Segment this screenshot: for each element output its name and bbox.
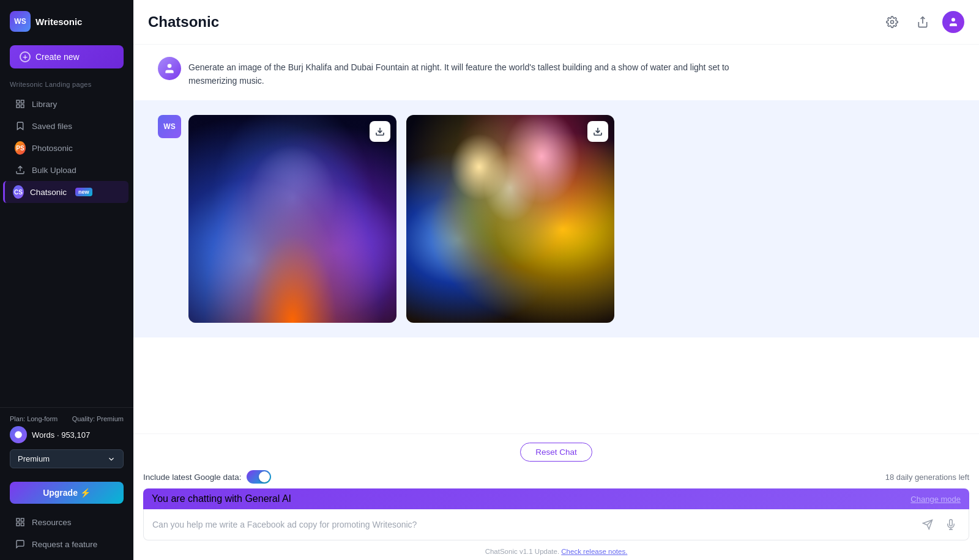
sidebar-item-saved-files[interactable]: Saved files: [5, 115, 128, 137]
words-count: Words · 953,107: [32, 430, 90, 440]
upload-icon: [15, 164, 26, 175]
version-label: ChatSonic v1.1 Update.: [485, 548, 559, 555]
download-icon: [593, 127, 603, 136]
version-text: ChatSonic v1.1 Update. Check release not…: [133, 545, 979, 560]
sidebar-item-library[interactable]: Library: [5, 93, 128, 115]
sidebar-item-label: Chatsonic: [30, 188, 67, 197]
daily-generations-left: 18 daily generations left: [885, 473, 969, 482]
svg-point-13: [168, 64, 172, 68]
new-badge: new: [75, 188, 92, 196]
premium-label: Premium: [18, 454, 50, 463]
sidebar-item-request-feature[interactable]: Request a feature: [5, 533, 128, 555]
google-data-toggle[interactable]: [247, 470, 271, 484]
toggle-knob: [259, 471, 270, 482]
quality-label: Quality: Premium: [72, 415, 124, 422]
send-icon: [922, 519, 933, 530]
logo-text: Writesonic: [35, 17, 82, 27]
svg-rect-6: [17, 518, 20, 521]
mic-icon: [945, 519, 956, 530]
sidebar-item-label: Library: [32, 100, 57, 109]
bottom-controls: Reset Chat Include latest Google data: 1…: [133, 433, 979, 560]
svg-point-12: [951, 18, 955, 21]
user-message-text: Generate an image of the Burj Khalifa an…: [188, 57, 739, 88]
svg-rect-7: [21, 518, 24, 521]
sidebar-item-photosonic[interactable]: PS Photosonic: [5, 137, 128, 159]
reset-chat-row: Reset Chat: [133, 434, 979, 470]
mic-button[interactable]: [942, 515, 960, 534]
fountain-image: [188, 115, 396, 323]
plan-label: Plan: Long-form: [10, 415, 58, 422]
avatar-icon: [948, 17, 959, 28]
ws-avatar: WS: [158, 115, 181, 138]
share-icon: [917, 16, 929, 28]
plus-circle-icon: +: [20, 51, 31, 62]
input-bar-header-text: You are chatting with General AI: [152, 493, 291, 504]
premium-dropdown[interactable]: Premium: [10, 449, 124, 468]
sidebar-item-label: Bulk Upload: [32, 166, 76, 175]
bookmark-icon: [15, 120, 26, 131]
create-new-button[interactable]: + Create new: [10, 45, 124, 68]
book-icon: [15, 98, 26, 109]
sidebar-bottom-items: Resources Request a feature: [0, 511, 133, 560]
svg-rect-8: [21, 523, 24, 526]
chatsonic-icon: CS: [13, 186, 24, 197]
sidebar-item-label: Request a feature: [32, 540, 97, 549]
create-new-label: Create new: [35, 52, 80, 62]
sidebar-item-label: Photosonic: [32, 144, 73, 153]
sidebar-item-chatsonic[interactable]: CS Chatsonic new: [3, 181, 128, 203]
user-message-row: Generate an image of the Burj Khalifa an…: [133, 45, 979, 100]
page-title: Chatsonic: [148, 13, 219, 31]
google-data-row: Include latest Google data: 18 daily gen…: [133, 470, 979, 488]
svg-rect-3: [17, 105, 20, 108]
words-icon: [10, 426, 27, 443]
ai-response-row: WS: [133, 100, 979, 337]
release-notes-link[interactable]: Check release notes.: [561, 548, 627, 555]
svg-rect-9: [17, 523, 20, 526]
header-actions: [881, 11, 964, 33]
svg-rect-0: [17, 100, 20, 103]
svg-point-5: [15, 431, 22, 438]
user-icon: [163, 62, 176, 75]
upgrade-button[interactable]: Upgrade ⚡: [10, 482, 124, 504]
image-card-fountain: [188, 115, 396, 323]
photosonic-icon: PS: [15, 142, 26, 153]
sidebar-item-resources[interactable]: Resources: [5, 511, 128, 533]
user-avatar[interactable]: [942, 11, 964, 33]
send-button[interactable]: [918, 515, 937, 534]
image-card-fireworks: [406, 115, 614, 323]
input-bar-wrapper: You are chatting with General AI Change …: [133, 488, 979, 545]
chevron-down-icon: [107, 455, 116, 463]
input-bar: [143, 509, 969, 540]
gear-icon: [886, 16, 898, 28]
export-button[interactable]: [912, 11, 934, 33]
chat-input[interactable]: [152, 520, 914, 529]
reset-chat-button[interactable]: Reset Chat: [520, 443, 592, 462]
input-bar-header: You are chatting with General AI Change …: [143, 488, 969, 509]
chat-area: Generate an image of the Burj Khalifa an…: [133, 45, 979, 433]
message-icon: [15, 539, 26, 550]
download-button-fireworks[interactable]: [587, 121, 608, 142]
google-data-label: Include latest Google data:: [143, 470, 271, 484]
settings-button[interactable]: [881, 11, 903, 33]
user-avatar-bubble: [158, 57, 181, 80]
logo-abbr: WS: [14, 17, 26, 26]
svg-rect-2: [21, 105, 24, 108]
sidebar-item-bulk-upload[interactable]: Bulk Upload: [5, 159, 128, 181]
fireworks-image: [406, 115, 614, 323]
change-mode-link[interactable]: Change mode: [910, 495, 961, 504]
images-grid: [188, 115, 614, 323]
download-button-fountain[interactable]: [370, 121, 390, 142]
main-content: Chatsonic: [133, 0, 979, 560]
google-data-text: Include latest Google data:: [143, 473, 242, 482]
main-header: Chatsonic: [133, 0, 979, 45]
sidebar-item-label: Resources: [32, 518, 72, 527]
sidebar: WS Writesonic + Create new Writesonic La…: [0, 0, 133, 560]
section-label: Writesonic Landing pages: [0, 78, 133, 93]
svg-rect-1: [21, 100, 24, 103]
logo-area: WS Writesonic: [0, 0, 133, 40]
sidebar-item-label: Saved files: [32, 122, 72, 131]
upgrade-label: Upgrade ⚡: [43, 488, 91, 498]
logo-box: WS: [10, 11, 31, 32]
download-icon: [375, 127, 385, 136]
grid-icon: [15, 517, 26, 528]
